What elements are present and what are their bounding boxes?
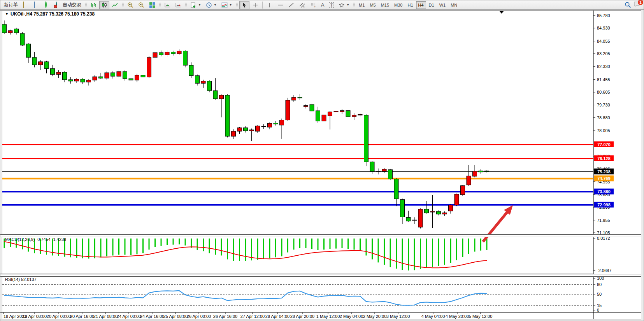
candle-body [219, 95, 224, 99]
main-toolbar: 新订单 自动交易 [0, 0, 644, 10]
trading-terminal-window: 新订单 自动交易 [0, 0, 644, 321]
trendline-tool-button[interactable] [286, 1, 297, 9]
toolbar-right-group: 1 [625, 1, 643, 9]
time-axis-label: 26 Apr 00:00 [187, 314, 211, 319]
candle-body [394, 179, 398, 199]
crosshair-tool-button[interactable] [250, 1, 260, 9]
timeframe-button-w1[interactable]: W1 [437, 1, 448, 9]
autotrade-button[interactable]: 自动交易 [53, 1, 83, 9]
equidistant-channel-tool-button[interactable]: E [297, 1, 307, 9]
rsi-axis-label: 0 [597, 308, 599, 312]
candle-body [20, 33, 25, 45]
candle-body [268, 123, 272, 127]
shapes-tool-button[interactable]: ▼ [337, 1, 351, 9]
notifications-button[interactable]: 1 [633, 1, 640, 9]
search-icon[interactable] [625, 2, 631, 8]
new-order-button[interactable]: 新订单 [2, 1, 20, 9]
timeframe-button-h1[interactable]: H1 [405, 1, 415, 9]
timeframe-button-m15[interactable]: M15 [379, 1, 391, 9]
horizontal-line-tool-button[interactable] [275, 1, 286, 9]
candle-body [159, 52, 163, 55]
candle-body [51, 68, 55, 74]
terminal-icon [33, 2, 40, 8]
time-axis-label: 26 Apr 16:00 [213, 314, 237, 319]
time-axis-label: 24 Apr 16:00 [140, 314, 164, 319]
candle-body [261, 126, 266, 127]
candle-body [68, 80, 73, 81]
price-axis-label: 71.955 [597, 218, 610, 223]
cursor-icon [241, 2, 247, 8]
auto-scroll-button[interactable] [162, 1, 172, 9]
candle-body [358, 114, 362, 115]
cursor-tool-button[interactable] [239, 1, 249, 9]
rsi-axis-label: 50 [597, 292, 602, 297]
timeframe-button-m5[interactable]: M5 [367, 1, 378, 9]
new-chart-button[interactable]: ▼ [188, 1, 203, 9]
terminal-button[interactable] [32, 1, 42, 9]
market-watch-icon [23, 2, 29, 8]
timeframe-button-d1[interactable]: D1 [426, 1, 437, 9]
timeframe-button-mn[interactable]: MN [448, 1, 460, 9]
panel-separator[interactable] [0, 234, 644, 237]
candle-body [388, 170, 393, 179]
candle-body [292, 98, 296, 100]
candle-body [286, 100, 290, 120]
autotrade-icon [55, 2, 61, 8]
period-button[interactable]: ▼ [204, 1, 219, 9]
chevron-down-icon: ▼ [229, 3, 232, 7]
price-axis-label: 84.930 [597, 26, 610, 30]
candle-body [201, 81, 205, 84]
toolbar-separator [262, 2, 263, 9]
candle-body [232, 131, 236, 136]
time-axis-label: 25 Apr 08:00 [163, 314, 188, 319]
candle-body [153, 52, 157, 58]
candle-body [81, 79, 85, 82]
candle-body [430, 211, 435, 212]
text-label-tool-button[interactable]: T [327, 1, 336, 9]
candle-body [189, 65, 193, 76]
market-watch-button[interactable] [21, 1, 31, 9]
candle-body [454, 194, 459, 205]
price-axis-label: 78.880 [597, 115, 610, 120]
candle-body [322, 115, 326, 121]
price-badge-label: 73.880 [597, 189, 611, 194]
candle-body [400, 200, 405, 217]
period-clock-icon [206, 2, 212, 8]
chart-shift-button[interactable] [173, 1, 183, 9]
candle-body [195, 76, 200, 84]
bar-chart-button[interactable] [88, 1, 98, 9]
zoom-in-button[interactable] [125, 1, 135, 9]
fibonacci-tool-button[interactable]: F [308, 1, 318, 9]
candle-body [44, 62, 49, 69]
vertical-line-tool-button[interactable] [265, 1, 275, 9]
time-axis-label: 4 May 20:00 [446, 314, 469, 319]
timeframe-button-m1[interactable]: M1 [356, 1, 367, 9]
signals-button[interactable] [42, 1, 53, 9]
text-tool-button[interactable]: A [319, 1, 326, 9]
indicators-button[interactable]: ▼ [219, 1, 234, 9]
chevron-down-icon: ▼ [198, 3, 201, 7]
price-axis-label: 84.055 [597, 39, 610, 44]
timeframe-toolbar: M1M5M15M30H1H4D1W1MN [356, 1, 460, 9]
zoom-out-button[interactable] [136, 1, 146, 9]
fibonacci-icon: F [310, 2, 316, 8]
timeframe-button-m30[interactable]: M30 [392, 1, 405, 9]
window-bottom-strip [0, 319, 644, 321]
text-icon: A [321, 2, 325, 8]
toolbar-grip [353, 2, 355, 8]
candle-body [334, 111, 338, 112]
timeframe-button-h4[interactable]: H4 [416, 1, 426, 9]
candle-body [249, 130, 254, 131]
candle-body [141, 75, 145, 77]
indicators-icon [221, 2, 228, 8]
time-axis-label: 2 May 04:00 [340, 314, 363, 319]
line-chart-button[interactable] [110, 1, 120, 9]
new-order-label: 新订单 [4, 2, 18, 8]
line-chart-icon [112, 2, 118, 8]
panel-separator[interactable] [0, 274, 644, 277]
time-axis-label: 28 Apr 04:00 [265, 314, 290, 319]
tile-windows-button[interactable] [147, 1, 157, 9]
candle-body [93, 77, 97, 80]
candlestick-chart-button[interactable] [99, 1, 109, 9]
candle-body [123, 72, 127, 79]
